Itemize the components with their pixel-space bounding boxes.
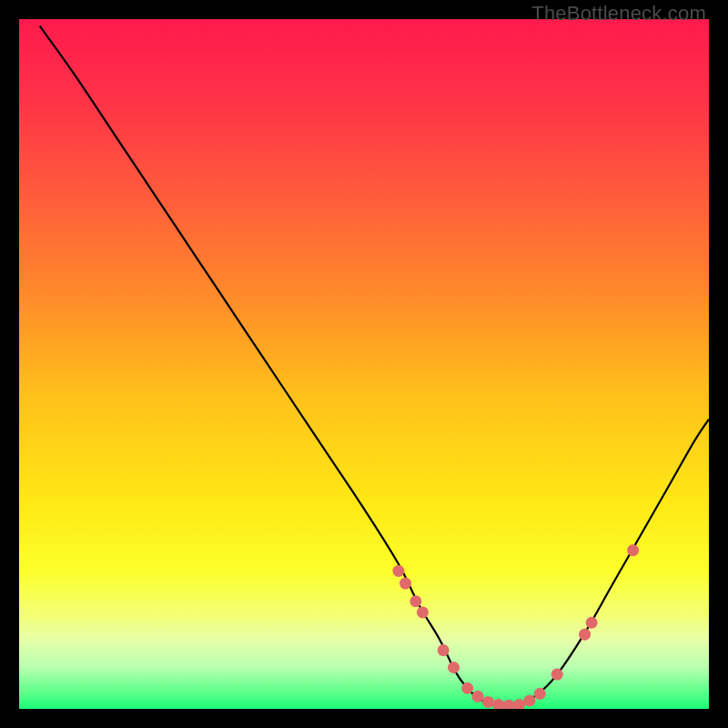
data-dot bbox=[399, 578, 411, 590]
data-dot bbox=[410, 595, 421, 607]
data-dot bbox=[472, 691, 484, 703]
gradient-bg bbox=[19, 19, 709, 709]
data-dot bbox=[579, 629, 591, 641]
chart-svg bbox=[19, 19, 709, 709]
data-dot bbox=[461, 682, 473, 694]
data-dot bbox=[417, 606, 429, 618]
data-dot bbox=[627, 544, 639, 556]
data-dot bbox=[534, 688, 546, 700]
data-dot bbox=[551, 669, 563, 681]
data-dot bbox=[482, 696, 494, 708]
data-dot bbox=[586, 617, 598, 629]
data-dot bbox=[392, 565, 404, 577]
data-dot bbox=[448, 662, 460, 673]
data-dot bbox=[438, 644, 450, 656]
chart-frame bbox=[19, 19, 709, 709]
watermark-text: TheBottleneck.com bbox=[531, 2, 706, 25]
data-dot bbox=[523, 694, 535, 706]
